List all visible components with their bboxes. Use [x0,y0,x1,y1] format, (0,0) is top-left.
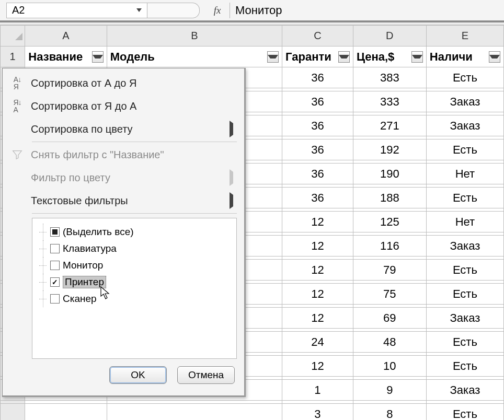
header-cell-C[interactable]: Гаранти [282,46,353,67]
col-header-A[interactable]: A [25,26,107,46]
cell-C[interactable]: 24 [282,332,353,353]
cell-D[interactable]: 69 [353,308,426,329]
filter-dropdown-A[interactable] [92,51,104,63]
cell-D[interactable]: 116 [353,236,426,256]
cell-D[interactable]: 188 [353,188,426,208]
cell-D[interactable]: 333 [353,91,426,112]
text-filters-label: Текстовые фильтры [28,195,230,207]
header-cell-E[interactable]: Наличи [426,46,503,67]
sort-by-color[interactable]: Сортировка по цвету [3,118,244,141]
filter-dropdown-C[interactable] [338,51,350,63]
cell-E[interactable]: Нет [426,164,503,184]
row-header-1[interactable]: 1 [1,46,25,67]
name-box-value: A2 [12,4,134,16]
cell-E[interactable]: Есть [426,260,503,281]
checkbox-keyboard[interactable] [50,244,60,253]
cell-E[interactable]: Заказ [426,115,503,136]
cell-E[interactable]: Есть [426,284,503,305]
filter-values-list[interactable]: (Выделить все) Клавиатура Монитор Принте… [32,218,237,359]
filter-item-scanner[interactable]: Сканер [37,290,232,307]
cell-E[interactable]: Заказ [426,380,503,401]
cell-C[interactable]: 36 [282,139,353,160]
cell-C[interactable]: 12 [282,308,353,329]
cell-C[interactable]: 12 [282,212,353,232]
filter-label-scanner: Сканер [63,293,97,305]
clear-filter: Снять фильтр с "Название" [3,143,244,166]
filter-item-monitor[interactable]: Монитор [37,257,232,274]
cell-D[interactable]: 75 [353,284,426,305]
cell-D[interactable]: 8 [353,404,426,421]
cell-E[interactable]: Заказ [426,308,503,329]
worksheet: A B C D E 1 Название Модель [0,21,504,420]
cell-C[interactable]: 36 [282,91,353,112]
clear-filter-label: Снять фильтр с "Название" [28,149,238,161]
cell-C[interactable]: 3 [282,404,353,421]
column-headers-row: A B C D E [1,26,504,46]
cell-E[interactable]: Нет [426,212,503,232]
cell-C[interactable]: 36 [282,164,353,184]
text-filters[interactable]: Текстовые фильтры [3,189,244,212]
cell-E[interactable]: Есть [426,188,503,208]
cell-E[interactable]: Есть [426,67,503,88]
cell-C[interactable]: 12 [282,284,353,305]
name-box-expand[interactable] [147,3,200,18]
cell-E[interactable]: Есть [426,404,503,421]
formula-input[interactable]: Монитор [230,3,504,18]
cell-C[interactable]: 36 [282,67,353,88]
cell-E[interactable]: Есть [426,332,503,353]
header-E-label: Наличи [430,50,487,64]
cell-C[interactable]: 12 [282,356,353,377]
cell-C[interactable]: 12 [282,260,353,281]
cell-D[interactable]: 9 [353,380,426,401]
filter-dropdown-E[interactable] [489,51,500,63]
cell-E[interactable]: Заказ [426,236,503,256]
filter-item-keyboard[interactable]: Клавиатура [37,240,232,257]
header-cell-A[interactable]: Название [25,46,107,67]
sort-asc[interactable]: А↓Я Сортировка от А до Я [3,72,244,95]
col-header-B[interactable]: B [107,26,282,46]
cell-D[interactable]: 271 [353,115,426,136]
ok-button[interactable]: OK [109,366,167,384]
header-cell-D[interactable]: Цена,$ [353,46,426,67]
cell-E[interactable]: Есть [426,356,503,377]
cancel-button[interactable]: Отмена [177,366,235,384]
filter-color-label: Фильтр по цвету [28,172,230,184]
sort-desc[interactable]: Я↓А Сортировка от Я до А [3,95,244,118]
cell-D[interactable]: 10 [353,356,426,377]
cell-E[interactable]: Есть [426,139,503,160]
name-box-dropdown-icon[interactable] [134,6,144,15]
filter-item-printer[interactable]: Принтер [37,274,232,290]
filter-dropdown-D[interactable] [411,51,423,63]
checkbox-printer[interactable] [50,277,60,287]
checkbox-monitor[interactable] [50,261,60,270]
filter-dropdown-B[interactable] [267,51,279,63]
checkbox-scanner[interactable] [50,294,60,304]
header-cell-B[interactable]: Модель [107,46,282,67]
cell-A[interactable] [25,404,107,421]
sort-color-label: Сортировка по цвету [28,123,230,135]
filter-item-select-all[interactable]: (Выделить все) [37,224,232,240]
cell-E[interactable]: Заказ [426,91,503,112]
col-header-E[interactable]: E [426,26,503,46]
cell-D[interactable]: 79 [353,260,426,281]
cell-D[interactable]: 383 [353,67,426,88]
select-all-corner[interactable] [1,26,25,46]
cell-B[interactable] [107,404,282,421]
col-header-D[interactable]: D [353,26,426,46]
name-box[interactable]: A2 [6,3,147,18]
table-row: 38Есть [1,404,504,421]
cell-D[interactable]: 192 [353,139,426,160]
cell-C[interactable]: 36 [282,115,353,136]
cell-D[interactable]: 190 [353,164,426,184]
sort-asc-label: Сортировка от А до Я [28,77,238,89]
cell-C[interactable]: 1 [282,380,353,401]
cell-C[interactable]: 12 [282,236,353,256]
cell-D[interactable]: 48 [353,332,426,353]
filter-by-color: Фильтр по цвету [3,166,244,189]
col-header-C[interactable]: C [282,26,353,46]
cell-D[interactable]: 125 [353,212,426,232]
cell-C[interactable]: 36 [282,188,353,208]
row-header[interactable] [1,404,25,421]
fx-icon[interactable]: fx [205,3,230,18]
checkbox-select-all[interactable] [50,227,60,237]
